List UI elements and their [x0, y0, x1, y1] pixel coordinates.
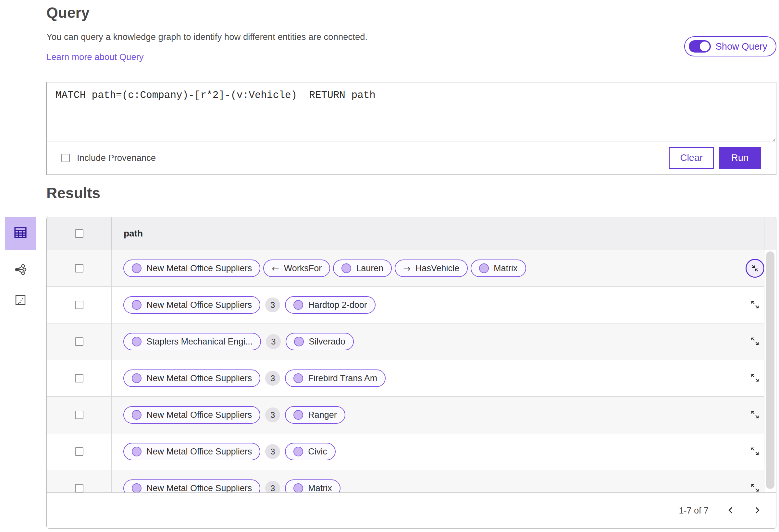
expand-icon [750, 446, 760, 457]
learn-more-link[interactable]: Learn more about Query [46, 52, 144, 62]
chevron-left-icon [726, 506, 736, 516]
entity-pill[interactable]: New Metal Office Suppliers [123, 406, 260, 424]
chevron-right-icon [752, 506, 762, 516]
table-row: New Metal Office Suppliers 3 Hardtop 2-d… [47, 287, 776, 323]
entity-node-icon [293, 483, 303, 493]
relationship-count-badge: 3 [265, 371, 280, 386]
entity-node-icon [132, 410, 141, 420]
query-editor-footer: Include Provenance Clear Run [47, 141, 776, 174]
link-chart-icon [14, 263, 27, 278]
expand-row-button[interactable] [750, 373, 760, 384]
expand-row-button[interactable] [750, 483, 760, 493]
table-icon [13, 225, 28, 241]
include-provenance-label: Include Provenance [77, 153, 156, 163]
query-editor-panel: MATCH path=(c:Company)-[r*2]-(v:Vehicle)… [46, 82, 776, 175]
run-button[interactable]: Run [719, 147, 761, 169]
entity-pill[interactable]: Matrix [285, 479, 341, 493]
entity-pill[interactable]: Silverado [286, 333, 354, 350]
entity-node-icon [342, 263, 351, 273]
entity-pill[interactable]: New Metal Office Suppliers [123, 443, 260, 460]
query-input[interactable]: MATCH path=(c:Company)-[r*2]-(v:Vehicle)… [47, 82, 776, 141]
map-icon [14, 293, 27, 308]
entity-pill[interactable]: Staplers Mechanical Engi... [123, 333, 261, 350]
table-row: New Metal Office Suppliers 3 Civic [47, 434, 776, 470]
entity-pill[interactable]: Ranger [285, 406, 345, 424]
row-checkbox[interactable] [75, 411, 83, 419]
expand-row-button[interactable] [750, 336, 760, 347]
table-body: New Metal Office Suppliers ←WorksFor Lau… [47, 250, 776, 493]
toggle-switch-icon[interactable] [689, 40, 711, 53]
query-page: Query You can query a knowledge graph to… [0, 0, 779, 532]
entity-pill[interactable]: Lauren [333, 260, 392, 277]
expand-icon [750, 300, 760, 311]
entity-pill[interactable]: New Metal Office Suppliers [123, 296, 260, 314]
show-query-toggle[interactable]: Show Query [684, 36, 776, 56]
expand-row-button[interactable] [750, 410, 760, 420]
table-row: New Metal Office Suppliers 3 Firebird Tr… [47, 360, 776, 397]
clear-button[interactable]: Clear [669, 147, 713, 169]
entity-pill[interactable]: Matrix [471, 260, 526, 277]
table-header-row: path [47, 217, 776, 250]
scrollbar-header-cap [764, 217, 776, 250]
table-row: Staplers Mechanical Engi... 3 Silverado [47, 323, 776, 360]
row-checkbox[interactable] [75, 264, 83, 272]
table-row: New Metal Office Suppliers ←WorksFor Lau… [47, 250, 776, 287]
expand-row-button[interactable] [750, 446, 760, 457]
expand-icon [750, 336, 760, 347]
relationship-count-badge: 3 [265, 297, 280, 312]
entity-node-icon [293, 410, 303, 420]
show-query-label: Show Query [715, 41, 767, 52]
table-row: New Metal Office Suppliers 3 Ranger [47, 397, 776, 434]
page-range-label: 1-7 of 7 [679, 506, 709, 516]
arrow-right-icon: → [403, 263, 411, 273]
row-checkbox[interactable] [75, 484, 83, 492]
entity-node-icon [293, 374, 303, 383]
entity-pill[interactable]: New Metal Office Suppliers [123, 370, 260, 387]
collapse-row-button[interactable] [745, 259, 764, 278]
previous-page-button[interactable] [723, 503, 738, 518]
results-table: path New Metal Office Suppliers ←WorksFo… [46, 217, 776, 529]
entity-pill[interactable]: New Metal Office Suppliers [123, 260, 260, 277]
map-view-tab[interactable] [5, 287, 36, 315]
entity-node-icon [293, 300, 303, 310]
arrow-left-icon: ← [272, 263, 279, 273]
entity-node-icon [132, 483, 141, 493]
relationship-count-badge: 3 [265, 481, 280, 493]
toggle-knob [700, 42, 710, 51]
include-provenance-option[interactable]: Include Provenance [61, 153, 156, 163]
entity-pill[interactable]: Firebird Trans Am [285, 370, 385, 387]
expand-icon [750, 373, 760, 384]
entity-pill[interactable]: Civic [285, 443, 336, 460]
collapse-icon [745, 259, 764, 278]
entity-pill[interactable]: New Metal Office Suppliers [123, 479, 260, 493]
relationship-pill[interactable]: →HasVehicle [395, 260, 468, 277]
entity-node-icon [132, 300, 141, 310]
entity-node-icon [132, 263, 141, 273]
entity-node-icon [479, 263, 489, 273]
results-title: Results [46, 184, 100, 202]
row-checkbox[interactable] [75, 374, 83, 383]
page-description: You can query a knowledge graph to ident… [46, 32, 367, 42]
expand-icon [750, 483, 760, 493]
entity-node-icon [132, 374, 141, 383]
row-checkbox[interactable] [75, 337, 83, 346]
entity-node-icon [294, 337, 304, 346]
next-page-button[interactable] [750, 503, 764, 518]
entity-pill[interactable]: Hardtop 2-door [285, 296, 375, 314]
page-title: Query [46, 4, 89, 21]
relationship-pill[interactable]: ←WorksFor [263, 260, 330, 277]
entity-node-icon [132, 337, 141, 346]
table-scrollbar-thumb[interactable] [766, 251, 774, 489]
expand-row-button[interactable] [750, 300, 760, 311]
path-column-header: path [112, 217, 776, 250]
row-checkbox[interactable] [75, 301, 83, 309]
entity-node-icon [132, 447, 141, 456]
table-view-tab[interactable] [5, 217, 36, 250]
table-row: New Metal Office Suppliers 3 Matrix [47, 470, 776, 493]
relationship-count-badge: 3 [266, 334, 281, 349]
include-provenance-checkbox[interactable] [61, 154, 70, 162]
select-all-checkbox[interactable] [75, 229, 83, 238]
relationship-count-badge: 3 [265, 407, 280, 422]
link-chart-view-tab[interactable] [5, 256, 36, 284]
row-checkbox[interactable] [75, 447, 83, 456]
